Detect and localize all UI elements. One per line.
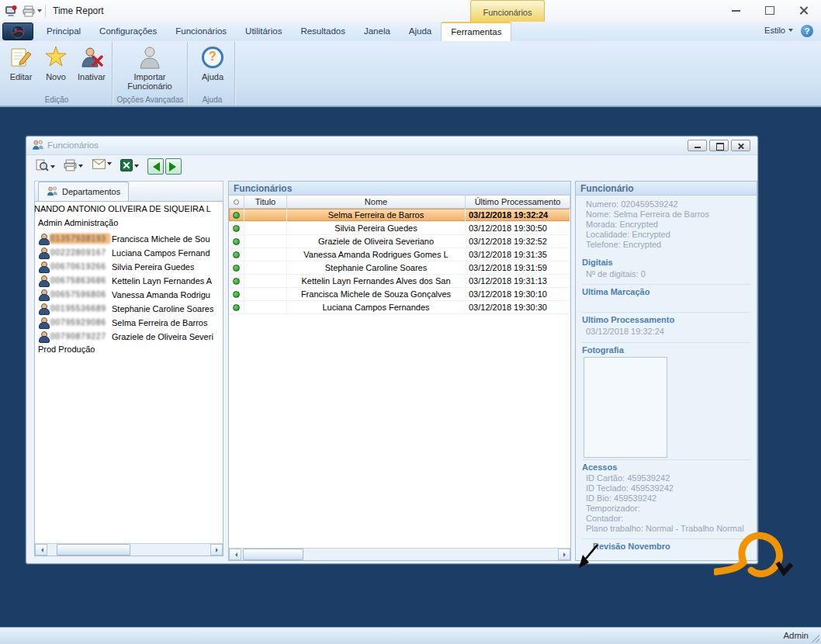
novo-button[interactable]: Novo: [40, 44, 71, 81]
grid-panel-title: Funcionários: [229, 182, 570, 196]
preview-dropdown-button[interactable]: [36, 159, 55, 174]
previous-record-button[interactable]: [147, 158, 164, 175]
titulo-column-header[interactable]: Titulo: [244, 196, 287, 208]
child-maximize-button[interactable]: [709, 140, 729, 151]
section-ultima-marcacao: Ultima Marcação: [582, 287, 650, 296]
child-close-button[interactable]: [731, 140, 750, 151]
tree-group-prod[interactable]: Prod Produção: [38, 345, 95, 354]
ribbon: Editar Novo Inativar Edição Imp: [0, 41, 821, 107]
tab-resultados[interactable]: Resultados: [291, 22, 355, 41]
next-record-button[interactable]: [165, 158, 182, 175]
group-label-edicao: Edição: [2, 95, 112, 104]
status-column-header[interactable]: [229, 196, 244, 208]
funcionarios-grid-panel: Funcionários Titulo Nome Último Processa…: [228, 181, 571, 561]
scroll-left-button[interactable]: [35, 544, 47, 556]
table-row[interactable]: Vanessa Amanda Rodrigues Gomes L 03/12/2…: [229, 248, 570, 261]
detail-id-cartao: ID Cartão: 459539242: [586, 473, 753, 483]
tab-ajuda[interactable]: Ajuda: [400, 22, 441, 41]
cell-nome: Selma Ferreira de Barros: [287, 209, 466, 221]
departments-panel: Departamentos NANDO ANTONIO OLIVEIRA DE …: [34, 181, 223, 556]
tree-root-node[interactable]: NANDO ANTONIO OLIVEIRA DE SIQUEIRA L: [34, 204, 211, 213]
tab-funcionarios[interactable]: Funcionários: [166, 22, 236, 41]
tree-item[interactable]: 00790879227 Graziele de Oliveira Severi: [38, 330, 221, 343]
table-row[interactable]: Francisca Michele de Souza Gonçalves 03/…: [229, 288, 570, 301]
tree-item[interactable]: 01357938193 Francisca Michele de Sou: [38, 232, 221, 245]
app-icon: [5, 5, 17, 17]
tree-item[interactable]: 00222809167 Luciana Campos Fernand: [38, 246, 221, 259]
grid-horizontal-scrollbar[interactable]: [229, 548, 570, 560]
table-row[interactable]: Selma Ferreira de Barros 03/12/2018 19:3…: [229, 209, 570, 222]
editar-button[interactable]: Editar: [4, 44, 38, 81]
cell-nome: Stephanie Caroline Soares: [287, 261, 466, 274]
inativar-button[interactable]: Inativar: [73, 44, 110, 81]
help-icon[interactable]: [801, 25, 813, 37]
tree-item[interactable]: 00795929086 Selma Ferreira de Barros: [38, 316, 221, 329]
tree-group-admin[interactable]: Admin Administração: [38, 218, 118, 227]
resize-grip[interactable]: [812, 635, 819, 642]
cell-processamento: 03/12/2018 19:31:13: [466, 275, 570, 287]
processamento-column-header[interactable]: Último Processamento: [466, 196, 570, 208]
print-dropdown-button[interactable]: [64, 159, 83, 173]
ribbon-tabs: Principal Configurações Funcionários Uti…: [37, 22, 511, 41]
tab-principal[interactable]: Principal: [37, 22, 90, 41]
tree-item[interactable]: 00657596806 Vanessa Amanda Rodrigu: [38, 288, 221, 301]
status-dot-icon: [233, 278, 240, 285]
tab-departamentos[interactable]: Departamentos: [38, 182, 129, 201]
employee-name: Vanessa Amanda Rodrigu: [112, 290, 210, 299]
tree-horizontal-scrollbar[interactable]: [35, 543, 223, 556]
quick-access-dropdown-icon[interactable]: [37, 9, 42, 15]
tab-utilitarios[interactable]: Utilitários: [236, 22, 291, 41]
cell-titulo: [244, 222, 287, 234]
tab-configuracoes[interactable]: Configurações: [90, 22, 166, 41]
cell-nome: Graziele de Oliveira Severiano: [287, 235, 466, 248]
cell-titulo: [244, 209, 287, 221]
tree-item[interactable]: 00670619266 Silvia Pereira Guedes: [38, 260, 221, 273]
table-row[interactable]: Silvia Pereira Guedes 03/12/2018 19:30:5…: [229, 222, 570, 235]
scroll-right-button[interactable]: [558, 549, 570, 560]
child-window-titlebar[interactable]: Funcionários: [26, 137, 757, 155]
cell-titulo: [244, 275, 287, 287]
cell-titulo: [244, 288, 287, 300]
maximize-button[interactable]: [753, 0, 787, 21]
employee-name: Stephanie Caroline Soares: [112, 304, 213, 313]
scrollbar-thumb[interactable]: [57, 544, 130, 556]
employee-number: 00222809167: [50, 248, 109, 257]
excel-export-dropdown-button[interactable]: [120, 159, 139, 173]
estilo-dropdown[interactable]: Estilo: [764, 26, 793, 35]
separator: [45, 5, 46, 17]
table-row[interactable]: Kettelin Layn Fernandes Alves dos San 03…: [229, 275, 570, 288]
table-row[interactable]: Stephanie Caroline Soares 03/12/2018 19:…: [229, 261, 570, 275]
tree-item[interactable]: 00675863686 Kettelin Layn Fernandes A: [38, 274, 221, 287]
status-bar: Admin: [0, 627, 821, 644]
cell-processamento: 03/12/2018 19:31:59: [466, 261, 570, 274]
scroll-left-button[interactable]: [229, 549, 241, 560]
minimize-button[interactable]: [719, 0, 753, 21]
person-icon: [38, 248, 48, 258]
detail-id-teclado: ID Teclado: 459539242: [586, 483, 753, 493]
email-dropdown-button[interactable]: [92, 159, 112, 171]
cell-nome: Kettelin Layn Fernandes Alves dos San: [287, 275, 466, 287]
child-minimize-button[interactable]: [688, 140, 707, 151]
table-row[interactable]: Luciana Campos Fernandes 03/12/2018 19:3…: [229, 301, 570, 314]
close-button[interactable]: [787, 0, 821, 21]
nome-column-header[interactable]: Nome: [287, 196, 466, 208]
importar-funcionario-button[interactable]: Importar Funcionário: [116, 44, 183, 91]
ajuda-button[interactable]: Ajuda: [194, 44, 231, 81]
employee-name: Luciana Campos Fernand: [112, 248, 210, 258]
tree-item[interactable]: 00195536689 Stephanie Caroline Soares: [38, 302, 221, 315]
scrollbar-thumb[interactable]: [243, 549, 303, 560]
tab-janela[interactable]: Janela: [355, 22, 400, 41]
chevron-down-icon: [107, 162, 112, 168]
detail-localidade: Localidade: Encrypted: [586, 230, 753, 239]
quick-print-button[interactable]: [22, 4, 36, 18]
child-window-title: Funcionários: [47, 140, 99, 150]
cell-nome: Vanessa Amanda Rodrigues Gomes L: [287, 248, 466, 261]
table-row[interactable]: Graziele de Oliveira Severiano 03/12/201…: [229, 235, 570, 248]
application-menu-button[interactable]: [2, 23, 33, 40]
employee-number: 01357938193: [50, 234, 109, 243]
scroll-right-button[interactable]: [210, 544, 223, 556]
section-acessos: Acessos: [582, 462, 617, 472]
cell-titulo: [244, 261, 287, 274]
tab-ferramentas[interactable]: Ferramentas: [441, 22, 511, 41]
section-ultimo-processamento: Ultimo Processamento: [582, 315, 674, 324]
